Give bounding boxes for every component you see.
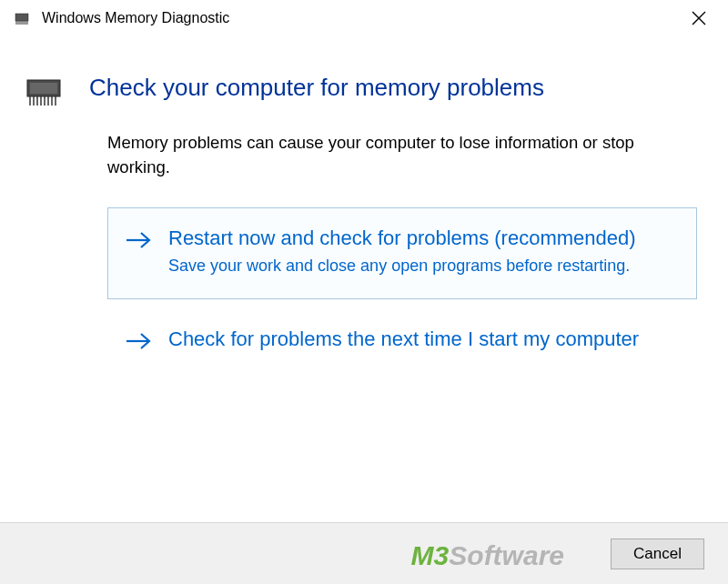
header-row: Check your computer for memory problems <box>18 73 697 113</box>
titlebar-left: Windows Memory Diagnostic <box>13 9 229 27</box>
titlebar: Windows Memory Diagnostic <box>0 0 728 36</box>
option-text: Restart now and check for problems (reco… <box>168 225 678 278</box>
option-restart-now[interactable]: Restart now and check for problems (reco… <box>107 207 697 299</box>
dialog-footer: Cancel <box>0 522 728 584</box>
cancel-button[interactable]: Cancel <box>611 539 704 569</box>
arrow-right-icon <box>125 230 152 254</box>
close-icon <box>692 11 706 25</box>
page-description: Memory problems can cause your computer … <box>107 131 697 180</box>
arrow-right-icon <box>125 331 152 355</box>
option-check-next-start[interactable]: Check for problems the next time I start… <box>107 308 697 376</box>
option-text: Check for problems the next time I start… <box>168 326 678 353</box>
option-description: Save your work and close any open progra… <box>168 255 678 277</box>
close-button[interactable] <box>681 5 717 32</box>
content-area: Check your computer for memory problems … <box>0 36 728 376</box>
options-list: Restart now and check for problems (reco… <box>107 207 697 376</box>
page-heading: Check your computer for memory problems <box>89 73 544 104</box>
svg-rect-0 <box>15 14 28 21</box>
option-title: Restart now and check for problems (reco… <box>168 225 678 252</box>
svg-rect-11 <box>30 83 57 94</box>
window-title: Windows Memory Diagnostic <box>42 10 229 26</box>
memory-chip-icon-small <box>13 9 31 27</box>
option-title: Check for problems the next time I start… <box>168 326 678 353</box>
memory-chip-icon <box>24 73 64 113</box>
